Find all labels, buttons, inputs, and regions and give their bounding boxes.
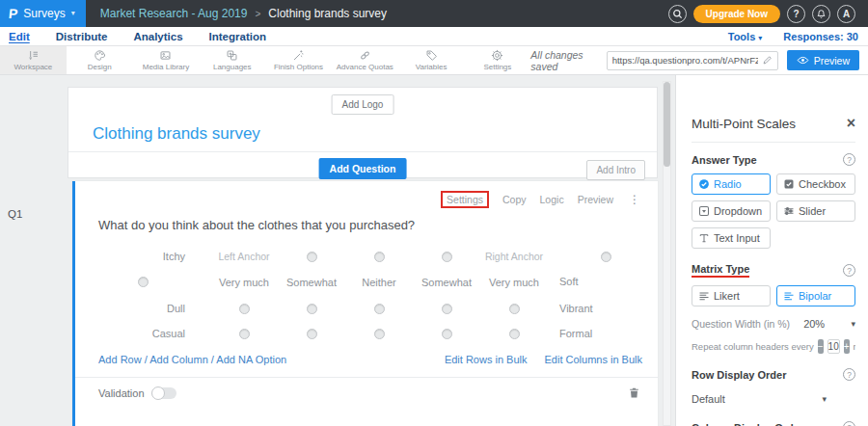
matrix-type-bipolar[interactable]: Bipolar [776,285,855,306]
toolbar-media-library[interactable]: Media Library [133,46,200,74]
edit-columns-bulk-link[interactable]: Edit Columns in Bulk [545,354,643,365]
help-icon[interactable]: ? [843,368,855,381]
add-row-link[interactable]: Add Row [98,354,142,365]
matrix-type-likert[interactable]: Likert [692,285,771,306]
answer-type-checkbox[interactable]: Checkbox [776,173,855,195]
matrix-radio[interactable] [239,304,250,314]
validation-label: Validation [98,387,145,399]
question-settings-link[interactable]: Settings [441,191,489,208]
answer-type-options: Radio Checkbox Dropdown Slider Text Inpu… [692,173,855,249]
matrix-radio[interactable] [138,277,149,287]
breadcrumb-parent-link[interactable]: Market Research - Aug 2019 [100,7,248,20]
question-actions: Settings Copy Logic Preview ⋮ [75,181,658,208]
matrix-radio[interactable] [509,304,520,314]
tab-distribute[interactable]: Distribute [56,31,108,42]
question-copy-link[interactable]: Copy [502,194,527,205]
divider [68,151,657,152]
row-display-order-label: Row Display Order [692,369,786,381]
help-icon[interactable]: ? [843,153,855,166]
matrix-radio[interactable] [442,252,452,262]
matrix-type-label: Matrix Type [692,263,749,278]
account-avatar[interactable]: A [837,5,855,23]
matrix-column-header: Very much [480,269,548,296]
toolbar-advance-quotas[interactable]: Advance Quotas [332,46,398,74]
matrix-radio[interactable] [307,252,317,262]
topbar-actions: Upgrade Now ? A [668,5,868,23]
toolbar-workspace[interactable]: Workspace [0,46,67,74]
scrollbar-thumb[interactable] [664,82,670,167]
responses-link[interactable]: Responses: 30 [783,31,858,42]
question-logic-link[interactable]: Logic [540,194,564,205]
tools-menu[interactable]: Tools ▾ [728,31,763,42]
matrix-edit-links: Add Row / Add Column / Add NA Option Edi… [98,354,642,365]
link-separator: / [145,354,148,365]
search-button[interactable] [668,5,687,23]
main-nav: Edit Distribute Analytics Integration To… [0,27,868,46]
likert-icon [698,290,710,302]
matrix-radio[interactable] [307,329,317,339]
toolbar-variables[interactable]: Variables [398,46,465,74]
question-width-label: Question Width (in %) [692,318,790,330]
tab-edit[interactable]: Edit [9,31,30,42]
validation-toggle[interactable] [151,387,176,399]
surveys-menu-button[interactable]: P Surveys ▾ [0,0,86,27]
toolbar-settings[interactable]: Settings [464,46,530,74]
edit-rows-bulk-link[interactable]: Edit Rows in Bulk [445,354,528,365]
add-intro-button[interactable]: Add Intro [586,160,645,180]
add-column-link[interactable]: Add Column [149,354,208,365]
survey-header-card: Add Logo Clothing brands survey Add Ques… [68,87,658,178]
answer-type-radio[interactable]: Radio [692,173,771,195]
tab-analytics[interactable]: Analytics [133,31,182,42]
answer-type-text-input[interactable]: Text Input [692,227,771,249]
help-button[interactable]: ? [787,5,805,23]
chevron-down-icon[interactable]: ▾ [851,320,855,329]
close-icon[interactable]: × [847,116,855,131]
decrement-button[interactable]: − [818,339,824,354]
matrix-row-label-right: Soft [548,269,664,294]
question-width-value[interactable]: 20% [803,318,825,330]
editor-toolbar: Workspace Design Media Library Languages… [0,46,868,75]
more-options-icon[interactable]: ⋮ [627,193,642,206]
survey-title[interactable]: Clothing brands survey [93,124,260,144]
matrix-radio[interactable] [239,329,250,339]
help-icon[interactable]: ? [843,421,855,426]
toolbar-finish-options[interactable]: Finish Options [265,46,332,74]
matrix-radio[interactable] [374,304,385,314]
question-text[interactable]: What do you think about the clothes that… [98,218,658,232]
toolbar-languages[interactable]: Languages [199,46,265,74]
add-na-option-link[interactable]: Add NA Option [216,354,286,365]
matrix-radio[interactable] [374,252,385,262]
matrix-radio[interactable] [601,252,611,262]
matrix-radio[interactable] [509,329,520,339]
answer-type-dropdown[interactable]: Dropdown [692,200,771,222]
tab-integration[interactable]: Integration [209,31,266,42]
add-question-button[interactable]: Add Question [319,158,407,179]
eye-icon [797,54,809,67]
question-preview-link[interactable]: Preview [578,194,613,205]
matrix-table: Left Anchor Right Anchor Very much Somew… [75,244,658,346]
pencil-icon[interactable] [762,55,773,66]
matrix-radio[interactable] [442,329,452,339]
notifications-button[interactable] [812,5,830,23]
repeat-rows-input[interactable]: 10 [827,339,840,354]
row-display-order-dropdown[interactable]: Default ▾ [692,393,827,405]
upgrade-now-button[interactable]: Upgrade Now [693,5,780,23]
matrix-radio[interactable] [442,304,452,314]
add-logo-button[interactable]: Add Logo [332,94,394,115]
questionpro-logo: P [8,6,18,21]
toolbar-design[interactable]: Design [67,46,133,74]
question-footer: Validation [75,377,658,399]
preview-button[interactable]: Preview [787,50,859,70]
vertical-scrollbar[interactable] [663,81,671,426]
help-icon[interactable]: ? [843,264,855,277]
matrix-radio[interactable] [374,329,385,339]
topbar: P Surveys ▾ Market Research - Aug 2019 >… [0,0,868,27]
matrix-radio[interactable] [307,304,317,314]
delete-question-icon[interactable] [628,386,640,399]
answer-type-section: Answer Type ? [692,153,855,166]
answer-type-slider[interactable]: Slider [776,200,855,222]
breadcrumb: Market Research - Aug 2019 > Clothing br… [100,7,387,20]
increment-button[interactable]: + [844,339,850,354]
matrix-type-section: Matrix Type ? [692,263,855,278]
survey-url-field[interactable]: https://qa.questionpro.com/t/APNrFZfQ [607,51,778,70]
